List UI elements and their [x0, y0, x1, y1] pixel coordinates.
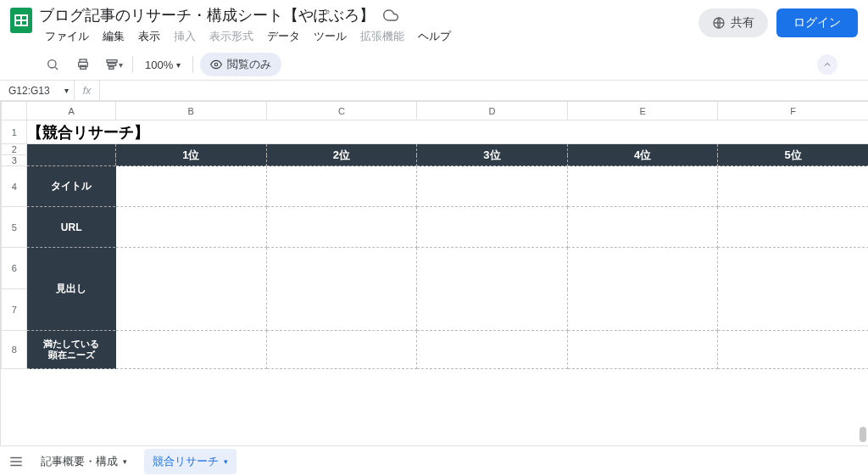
name-box-value: G12:G13	[8, 85, 50, 97]
needs-line1: 満たしている	[43, 339, 99, 349]
spreadsheet-grid[interactable]: A B C D E F 1 【競合リサーチ】 2 1位 2位 3位 4位 5位	[1, 101, 868, 369]
vertical-scroll-thumb[interactable]	[860, 427, 866, 442]
cloud-status-icon	[383, 8, 398, 23]
menu-format: 表示形式	[203, 27, 259, 46]
vertical-scrollbar[interactable]	[858, 101, 868, 445]
cell-C4[interactable]	[266, 166, 417, 207]
sheet-tab-overview[interactable]: 記事概要・構成 ▾	[32, 449, 136, 474]
column-header-D[interactable]: D	[417, 102, 568, 120]
cell-D5[interactable]	[417, 207, 568, 248]
globe-icon	[712, 16, 726, 30]
sheet-tab-overview-label: 記事概要・構成	[41, 454, 118, 469]
menu-edit[interactable]: 編集	[97, 27, 131, 46]
all-sheets-button[interactable]	[8, 454, 24, 469]
select-all-corner[interactable]	[2, 102, 27, 120]
zoom-value: 100%	[145, 59, 173, 71]
toolbar-separator	[132, 56, 133, 73]
menu-file[interactable]: ファイル	[39, 27, 95, 46]
row-header-1[interactable]: 1	[2, 120, 27, 144]
rank-4-header[interactable]: 4位	[567, 144, 718, 166]
chevron-down-icon: ▾	[224, 457, 228, 466]
sheets-logo[interactable]	[10, 5, 32, 35]
cell-B5[interactable]	[115, 207, 266, 248]
menu-view[interactable]: 表示	[132, 27, 166, 46]
chevron-down-icon: ▾	[64, 86, 69, 95]
cell-E4[interactable]	[567, 166, 718, 207]
chevron-down-icon: ▾	[123, 457, 127, 466]
cell-F4[interactable]	[718, 166, 868, 207]
cell-F5[interactable]	[718, 207, 868, 248]
menu-bar: ファイル 編集 表示 挿入 表示形式 データ ツール 拡張機能 ヘルプ	[39, 27, 692, 49]
cell-C5[interactable]	[266, 207, 417, 248]
rank-5-header[interactable]: 5位	[718, 144, 868, 166]
cell-C8[interactable]	[266, 331, 417, 369]
row-header-5[interactable]: 5	[2, 207, 27, 248]
cell-F6[interactable]	[718, 248, 868, 331]
collapse-toolbar-button[interactable]	[817, 54, 837, 75]
login-button[interactable]: ログイン	[776, 8, 858, 37]
cell-E5[interactable]	[567, 207, 718, 248]
svg-point-5	[48, 60, 56, 68]
svg-rect-10	[107, 60, 117, 63]
rank-1-header[interactable]: 1位	[115, 144, 266, 166]
side-label-url[interactable]: URL	[27, 207, 116, 248]
cell-D8[interactable]	[417, 331, 568, 369]
menu-tools[interactable]: ツール	[308, 27, 353, 46]
row-header-2[interactable]: 2	[2, 144, 27, 155]
chevron-down-icon: ▾	[176, 60, 181, 70]
svg-point-13	[215, 63, 219, 66]
menu-data[interactable]: データ	[261, 27, 306, 46]
name-box[interactable]: G12:G13 ▾	[0, 81, 75, 100]
cell-B8[interactable]	[115, 331, 266, 369]
zoom-dropdown[interactable]: 100% ▾	[140, 59, 186, 71]
rank-3-header[interactable]: 3位	[417, 144, 568, 166]
filter-views-icon[interactable]: ▾	[102, 53, 125, 76]
menu-extensions: 拡張機能	[354, 27, 410, 46]
view-only-pill[interactable]: 閲覧のみ	[200, 53, 281, 76]
cell-D4[interactable]	[417, 166, 568, 207]
menu-insert: 挿入	[168, 27, 202, 46]
eye-icon	[210, 59, 222, 70]
sheet-tab-research-label: 競合リサーチ	[153, 454, 219, 469]
rank-2-header[interactable]: 2位	[266, 144, 417, 166]
sheet-tab-research[interactable]: 競合リサーチ ▾	[144, 449, 236, 474]
needs-line2: 顕在ニーズ	[48, 350, 95, 360]
row-header-7[interactable]: 7	[2, 289, 27, 331]
login-label: ログイン	[793, 15, 841, 29]
cell-B4[interactable]	[115, 166, 266, 207]
rank-header-blank[interactable]	[27, 144, 116, 166]
row-header-3[interactable]: 3	[2, 155, 27, 166]
cell-E6[interactable]	[567, 248, 718, 331]
cell-E8[interactable]	[567, 331, 718, 369]
document-title[interactable]: ブログ記事のリサーチ・構成シート【やぽぶろ】	[39, 5, 375, 25]
svg-rect-12	[108, 67, 113, 70]
side-label-headings[interactable]: 見出し	[27, 248, 116, 331]
menu-help[interactable]: ヘルプ	[412, 27, 457, 46]
side-label-needs[interactable]: 満たしている 顕在ニーズ	[27, 331, 116, 369]
print-icon[interactable]	[71, 53, 95, 76]
side-label-title[interactable]: タイトル	[27, 166, 116, 207]
column-header-C[interactable]: C	[266, 102, 417, 120]
row-header-4[interactable]: 4	[2, 166, 27, 207]
column-header-A[interactable]: A	[27, 102, 116, 120]
svg-line-6	[55, 67, 58, 70]
formula-bar[interactable]	[100, 81, 868, 100]
row-header-8[interactable]: 8	[2, 331, 27, 369]
section-title-cell[interactable]: 【競合リサーチ】	[27, 120, 868, 144]
column-header-B[interactable]: B	[115, 102, 266, 120]
search-icon[interactable]	[41, 53, 64, 76]
cell-D6[interactable]	[417, 248, 568, 331]
column-header-E[interactable]: E	[567, 102, 718, 120]
fx-icon: fx	[75, 81, 100, 100]
row-header-6[interactable]: 6	[2, 248, 27, 289]
chevron-down-icon: ▾	[119, 60, 123, 70]
view-only-label: 閲覧のみ	[227, 57, 271, 72]
toolbar-separator	[192, 56, 193, 73]
cell-B6[interactable]	[115, 248, 266, 331]
cell-C6[interactable]	[266, 248, 417, 331]
column-header-F[interactable]: F	[718, 102, 868, 120]
share-button[interactable]: 共有	[698, 8, 768, 37]
svg-rect-9	[81, 65, 86, 69]
cell-F8[interactable]	[718, 331, 868, 369]
svg-rect-11	[108, 64, 115, 66]
